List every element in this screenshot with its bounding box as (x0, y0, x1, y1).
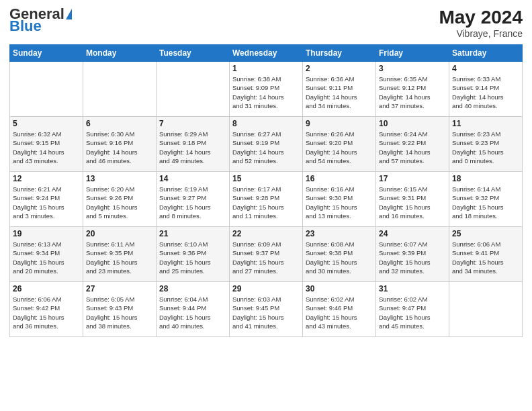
day-info: Sunrise: 6:27 AM Sunset: 9:19 PM Dayligh… (232, 130, 300, 165)
calendar-cell: 4Sunrise: 6:33 AM Sunset: 9:14 PM Daylig… (449, 62, 523, 117)
calendar-cell: 3Sunrise: 6:35 AM Sunset: 9:12 PM Daylig… (376, 62, 449, 117)
day-header-friday: Friday (376, 45, 449, 62)
calendar-table: SundayMondayTuesdayWednesdayThursdayFrid… (9, 44, 523, 337)
day-header-sunday: Sunday (10, 45, 83, 62)
calendar-cell: 19Sunrise: 6:13 AM Sunset: 9:34 PM Dayli… (10, 227, 83, 282)
calendar-cell: 20Sunrise: 6:11 AM Sunset: 9:35 PM Dayli… (83, 227, 157, 282)
calendar-cell: 1Sunrise: 6:38 AM Sunset: 9:09 PM Daylig… (230, 62, 303, 117)
calendar-cell: 25Sunrise: 6:06 AM Sunset: 9:41 PM Dayli… (449, 227, 523, 282)
day-number: 8 (232, 119, 300, 128)
day-number: 14 (159, 174, 226, 183)
calendar-week-row: 5Sunrise: 6:32 AM Sunset: 9:15 PM Daylig… (10, 117, 523, 172)
day-number: 29 (232, 284, 300, 293)
day-number: 20 (86, 229, 153, 238)
day-info: Sunrise: 6:36 AM Sunset: 9:11 PM Dayligh… (306, 75, 373, 110)
calendar-cell (449, 282, 523, 337)
day-info: Sunrise: 6:32 AM Sunset: 9:15 PM Dayligh… (13, 130, 80, 165)
day-info: Sunrise: 6:04 AM Sunset: 9:44 PM Dayligh… (159, 295, 226, 330)
day-info: Sunrise: 6:09 AM Sunset: 9:37 PM Dayligh… (232, 240, 300, 275)
day-number: 31 (379, 284, 446, 293)
calendar-cell: 16Sunrise: 6:16 AM Sunset: 9:30 PM Dayli… (303, 172, 376, 227)
day-number: 13 (86, 174, 153, 183)
calendar-cell: 8Sunrise: 6:27 AM Sunset: 9:19 PM Daylig… (230, 117, 303, 172)
day-number: 11 (452, 119, 519, 128)
day-info: Sunrise: 6:08 AM Sunset: 9:38 PM Dayligh… (306, 240, 373, 275)
day-number: 24 (379, 229, 446, 238)
day-header-tuesday: Tuesday (157, 45, 230, 62)
day-number: 12 (13, 174, 80, 183)
day-number: 23 (306, 229, 373, 238)
logo-text-blue: Blue (9, 19, 42, 34)
calendar-cell: 7Sunrise: 6:29 AM Sunset: 9:18 PM Daylig… (157, 117, 230, 172)
day-header-monday: Monday (83, 45, 157, 62)
calendar-week-row: 12Sunrise: 6:21 AM Sunset: 9:24 PM Dayli… (10, 172, 523, 227)
day-number: 17 (379, 174, 446, 183)
day-number: 6 (86, 119, 153, 128)
day-info: Sunrise: 6:29 AM Sunset: 9:18 PM Dayligh… (159, 130, 226, 165)
calendar-week-row: 19Sunrise: 6:13 AM Sunset: 9:34 PM Dayli… (10, 227, 523, 282)
calendar-week-row: 1Sunrise: 6:38 AM Sunset: 9:09 PM Daylig… (10, 62, 523, 117)
location: Vibraye, France (439, 28, 523, 39)
day-number: 21 (159, 229, 226, 238)
day-header-saturday: Saturday (449, 45, 523, 62)
calendar-cell (10, 62, 83, 117)
day-number: 4 (452, 64, 519, 73)
calendar-cell: 26Sunrise: 6:06 AM Sunset: 9:42 PM Dayli… (10, 282, 83, 337)
logo: General Blue (9, 7, 72, 34)
day-number: 15 (232, 174, 300, 183)
calendar-cell: 28Sunrise: 6:04 AM Sunset: 9:44 PM Dayli… (157, 282, 230, 337)
calendar-cell (157, 62, 230, 117)
day-info: Sunrise: 6:19 AM Sunset: 9:27 PM Dayligh… (159, 185, 226, 220)
day-info: Sunrise: 6:05 AM Sunset: 9:43 PM Dayligh… (86, 295, 153, 330)
day-info: Sunrise: 6:26 AM Sunset: 9:20 PM Dayligh… (306, 130, 373, 165)
day-info: Sunrise: 6:13 AM Sunset: 9:34 PM Dayligh… (13, 240, 80, 275)
title-block: May 2024 Vibraye, France (439, 7, 523, 39)
calendar-cell: 5Sunrise: 6:32 AM Sunset: 9:15 PM Daylig… (10, 117, 83, 172)
day-number: 18 (452, 174, 519, 183)
day-number: 30 (306, 284, 373, 293)
day-info: Sunrise: 6:06 AM Sunset: 9:42 PM Dayligh… (13, 295, 80, 330)
day-number: 9 (306, 119, 373, 128)
calendar-cell: 13Sunrise: 6:20 AM Sunset: 9:26 PM Dayli… (83, 172, 157, 227)
calendar-page: General Blue May 2024 Vibraye, France Su… (0, 0, 532, 411)
calendar-cell: 15Sunrise: 6:17 AM Sunset: 9:28 PM Dayli… (230, 172, 303, 227)
day-number: 27 (86, 284, 153, 293)
day-number: 2 (306, 64, 373, 73)
day-info: Sunrise: 6:17 AM Sunset: 9:28 PM Dayligh… (232, 185, 300, 220)
calendar-cell: 21Sunrise: 6:10 AM Sunset: 9:36 PM Dayli… (157, 227, 230, 282)
day-number: 1 (232, 64, 300, 73)
month-year: May 2024 (439, 7, 523, 28)
day-number: 25 (452, 229, 519, 238)
calendar-week-row: 26Sunrise: 6:06 AM Sunset: 9:42 PM Dayli… (10, 282, 523, 337)
day-info: Sunrise: 6:24 AM Sunset: 9:22 PM Dayligh… (379, 130, 446, 165)
day-info: Sunrise: 6:07 AM Sunset: 9:39 PM Dayligh… (379, 240, 446, 275)
day-header-thursday: Thursday (303, 45, 376, 62)
header: General Blue May 2024 Vibraye, France (9, 7, 523, 39)
day-number: 10 (379, 119, 446, 128)
day-header-wednesday: Wednesday (230, 45, 303, 62)
day-number: 26 (13, 284, 80, 293)
day-info: Sunrise: 6:15 AM Sunset: 9:31 PM Dayligh… (379, 185, 446, 220)
calendar-cell: 24Sunrise: 6:07 AM Sunset: 9:39 PM Dayli… (376, 227, 449, 282)
calendar-cell: 18Sunrise: 6:14 AM Sunset: 9:32 PM Dayli… (449, 172, 523, 227)
calendar-cell: 17Sunrise: 6:15 AM Sunset: 9:31 PM Dayli… (376, 172, 449, 227)
day-info: Sunrise: 6:11 AM Sunset: 9:35 PM Dayligh… (86, 240, 153, 275)
calendar-cell: 10Sunrise: 6:24 AM Sunset: 9:22 PM Dayli… (376, 117, 449, 172)
calendar-cell: 2Sunrise: 6:36 AM Sunset: 9:11 PM Daylig… (303, 62, 376, 117)
calendar-cell: 9Sunrise: 6:26 AM Sunset: 9:20 PM Daylig… (303, 117, 376, 172)
calendar-cell: 12Sunrise: 6:21 AM Sunset: 9:24 PM Dayli… (10, 172, 83, 227)
day-number: 28 (159, 284, 226, 293)
calendar-cell: 27Sunrise: 6:05 AM Sunset: 9:43 PM Dayli… (83, 282, 157, 337)
calendar-cell: 31Sunrise: 6:02 AM Sunset: 9:47 PM Dayli… (376, 282, 449, 337)
day-info: Sunrise: 6:10 AM Sunset: 9:36 PM Dayligh… (159, 240, 226, 275)
day-number: 16 (306, 174, 373, 183)
day-number: 7 (159, 119, 226, 128)
calendar-cell: 22Sunrise: 6:09 AM Sunset: 9:37 PM Dayli… (230, 227, 303, 282)
calendar-cell: 6Sunrise: 6:30 AM Sunset: 9:16 PM Daylig… (83, 117, 157, 172)
day-info: Sunrise: 6:30 AM Sunset: 9:16 PM Dayligh… (86, 130, 153, 165)
day-info: Sunrise: 6:35 AM Sunset: 9:12 PM Dayligh… (379, 75, 446, 110)
calendar-cell: 30Sunrise: 6:02 AM Sunset: 9:46 PM Dayli… (303, 282, 376, 337)
day-info: Sunrise: 6:16 AM Sunset: 9:30 PM Dayligh… (306, 185, 373, 220)
day-info: Sunrise: 6:06 AM Sunset: 9:41 PM Dayligh… (452, 240, 519, 275)
day-info: Sunrise: 6:23 AM Sunset: 9:23 PM Dayligh… (452, 130, 519, 165)
